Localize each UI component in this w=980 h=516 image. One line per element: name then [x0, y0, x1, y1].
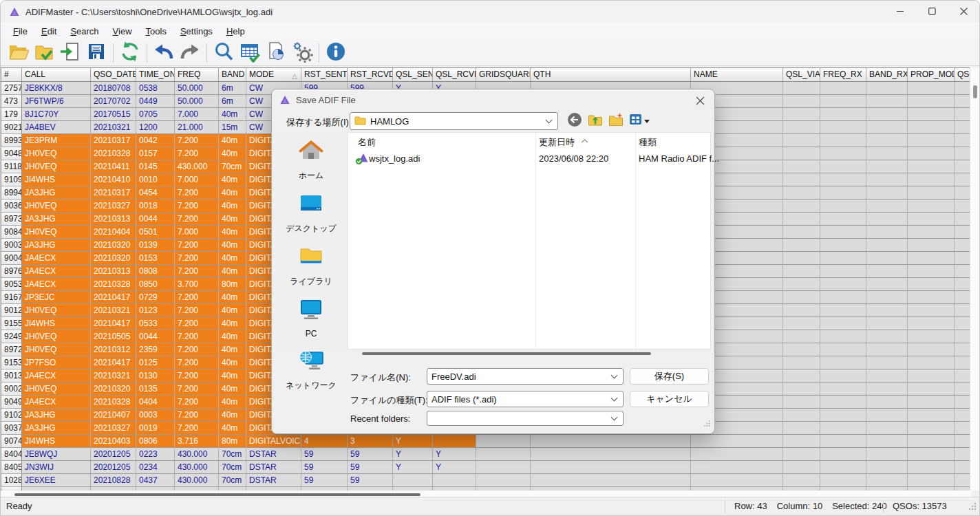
cell[interactable]	[820, 265, 866, 278]
cell[interactable]: 20210403	[91, 435, 136, 448]
cell[interactable]: JA3JHG	[22, 409, 91, 422]
cell[interactable]	[866, 291, 908, 304]
row-number-cell[interactable]: 9048	[1, 147, 22, 160]
cell[interactable]	[820, 252, 866, 265]
cell[interactable]	[908, 239, 955, 252]
cell[interactable]: 7.200	[175, 252, 219, 265]
row-number-cell[interactable]: 9002	[1, 383, 22, 396]
cell[interactable]: JF6TWP/6	[22, 95, 91, 108]
cell[interactable]: JI4WHS	[22, 317, 91, 330]
row-number-cell[interactable]: 179	[1, 108, 22, 121]
row-number-cell[interactable]: 9153	[1, 356, 22, 369]
cell[interactable]	[955, 239, 971, 252]
cell[interactable]	[908, 435, 955, 448]
menu-search[interactable]: Search	[63, 25, 105, 38]
row-number-cell[interactable]: 9049	[1, 396, 22, 409]
vertical-scrollbar-thumb[interactable]	[973, 85, 977, 98]
cell[interactable]: JA4ECX	[22, 252, 91, 265]
cell[interactable]	[820, 317, 866, 330]
cell[interactable]	[691, 461, 783, 474]
cell[interactable]: 40m	[219, 239, 246, 252]
cell[interactable]	[783, 82, 820, 95]
cell[interactable]	[955, 278, 971, 291]
column-header-freq_rx[interactable]: FREQ_RX	[820, 68, 866, 82]
cell[interactable]	[908, 108, 955, 121]
cell[interactable]	[955, 396, 971, 409]
cell[interactable]	[783, 265, 820, 278]
cell[interactable]	[783, 343, 820, 356]
about-button[interactable]	[323, 41, 349, 65]
cell[interactable]	[866, 226, 908, 239]
dialog-close-icon[interactable]	[694, 94, 706, 107]
cell[interactable]: 40m	[219, 173, 246, 186]
cell[interactable]: 7.200	[175, 147, 219, 160]
cell[interactable]	[476, 448, 531, 461]
cell[interactable]: 0125	[136, 356, 175, 369]
cell[interactable]: JA3JHG	[22, 422, 91, 435]
refresh-button[interactable]	[117, 41, 143, 65]
search-button[interactable]	[211, 41, 237, 65]
cell[interactable]: 0437	[136, 474, 175, 487]
column-header-rst_sent[interactable]: RST_SENT	[301, 68, 348, 82]
cell[interactable]: 40m	[219, 108, 246, 121]
cell[interactable]	[783, 226, 820, 239]
view-menu-button[interactable]	[629, 114, 650, 129]
maximize-button[interactable]	[916, 1, 948, 23]
cell[interactable]: 59	[348, 474, 393, 487]
cell[interactable]: 40m	[219, 226, 246, 239]
cell[interactable]: 40m	[219, 330, 246, 343]
cell[interactable]	[783, 160, 820, 173]
cell[interactable]	[955, 369, 971, 383]
cell[interactable]: 430.000	[175, 474, 219, 487]
row-number-cell[interactable]: 9003	[1, 239, 22, 252]
cell[interactable]	[820, 160, 866, 173]
cell[interactable]: 59	[348, 448, 393, 461]
cell[interactable]: 0123	[136, 304, 175, 317]
row-number-cell[interactable]: 9084	[1, 226, 22, 239]
cell[interactable]: 40m	[219, 304, 246, 317]
row-number-cell[interactable]: 9118	[1, 160, 22, 173]
cell[interactable]: 3	[348, 435, 393, 448]
cell[interactable]: DSTAR	[246, 461, 301, 474]
cell[interactable]: 7.200	[175, 304, 219, 317]
column-header-qth[interactable]: QTH	[531, 68, 691, 82]
cell[interactable]	[820, 383, 866, 396]
column-header-rst_rcvd[interactable]: RST_RCVD	[348, 68, 393, 82]
cell[interactable]: JA4ECX	[22, 396, 91, 409]
row-number-cell[interactable]: 9037	[1, 422, 22, 435]
cell[interactable]: 0808	[136, 265, 175, 278]
minimize-button[interactable]	[884, 1, 916, 23]
place-library[interactable]: ライブラリ	[276, 244, 346, 288]
cell[interactable]: JH0VEQ	[22, 147, 91, 160]
cell[interactable]	[955, 173, 971, 186]
cell[interactable]: 0153	[136, 252, 175, 265]
cell[interactable]	[783, 461, 820, 474]
cell[interactable]	[866, 330, 908, 343]
cell[interactable]	[783, 435, 820, 448]
cell[interactable]	[820, 461, 866, 474]
row-number-cell[interactable]: 9074	[1, 435, 22, 448]
cell[interactable]	[783, 396, 820, 409]
column-header-mode[interactable]: MODE△	[246, 68, 301, 82]
cell[interactable]: 59	[301, 474, 348, 487]
cell[interactable]: 70cm	[219, 474, 246, 487]
row-number-cell[interactable]: 8404	[1, 448, 22, 461]
cell[interactable]	[955, 409, 971, 422]
cell[interactable]	[531, 435, 691, 448]
cell[interactable]: 40m	[219, 213, 246, 226]
cell[interactable]: 8J1C70Y	[22, 108, 91, 121]
cell[interactable]: JA4ECX	[22, 265, 91, 278]
cell[interactable]	[908, 200, 955, 213]
cell[interactable]: 430.000	[175, 448, 219, 461]
cell[interactable]: 7.000	[175, 173, 219, 186]
cell[interactable]: JH0VEQ	[22, 160, 91, 173]
cell[interactable]	[908, 396, 955, 409]
cell[interactable]	[955, 226, 971, 239]
cell[interactable]	[908, 186, 955, 200]
cell[interactable]	[820, 200, 866, 213]
cell[interactable]: 20210321	[91, 304, 136, 317]
cell[interactable]	[820, 173, 866, 186]
cell[interactable]	[820, 147, 866, 160]
place-network[interactable]: ネットワーク	[276, 347, 346, 391]
cell[interactable]: DSTAR	[246, 474, 301, 487]
